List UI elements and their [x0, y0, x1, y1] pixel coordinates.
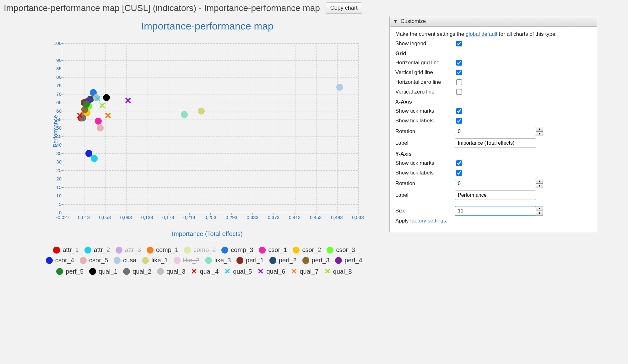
legend-item-qual_3[interactable]: qual_3 — [157, 267, 185, 276]
data-point-csor_4[interactable] — [85, 150, 92, 157]
legend-item-cusa[interactable]: cusa — [114, 257, 136, 264]
y-tick-label: 35 — [50, 151, 62, 156]
horizontal-zero-checkbox[interactable] — [456, 79, 462, 85]
y-rotation-input[interactable] — [455, 179, 536, 188]
legend-item-perf_5[interactable]: perf_5 — [56, 267, 84, 276]
legend-item-qual_8[interactable]: ✕qual_8 — [324, 267, 352, 276]
x-tick-label: 0,133 — [141, 215, 153, 220]
legend-item-qual_5[interactable]: ✕qual_5 — [224, 267, 252, 276]
x-axis-label: Importance (Total effects) — [38, 230, 377, 238]
show-legend-label: Show legend — [395, 40, 455, 47]
y-tick-label: 60 — [50, 108, 62, 114]
legend-item-csor_2[interactable]: csor_2 — [293, 246, 321, 254]
legend-item-perf_1[interactable]: perf_1 — [236, 257, 264, 264]
data-point-like_3[interactable] — [181, 111, 188, 118]
y-rotation-down-button[interactable]: ▼ — [536, 184, 543, 188]
x-rotation-down-button[interactable]: ▼ — [536, 131, 543, 136]
x-tick-label: 0,173 — [162, 215, 174, 220]
y-tick-label: 5 — [50, 201, 62, 207]
x-tick-label: 0,493 — [331, 215, 343, 220]
legend-item-comp_2[interactable]: comp_2 — [184, 246, 216, 254]
data-point-like_1[interactable] — [198, 108, 205, 115]
x-tick-label: 0,333 — [247, 215, 259, 220]
y-label-input[interactable] — [455, 190, 536, 200]
legend-item-attr_2[interactable]: attr_2 — [84, 246, 110, 254]
x-tick-label: -0,027 — [56, 215, 70, 220]
y-tick-label: 10 — [50, 193, 62, 198]
x-tick-label: 0,093 — [120, 215, 132, 220]
x-tick-label: 0,293 — [225, 215, 237, 220]
legend-item-csor_5[interactable]: csor_5 — [80, 257, 108, 264]
size-down-button[interactable]: ▼ — [536, 211, 543, 216]
customize-panel-title: Customize — [401, 18, 426, 24]
legend-item-qual_1[interactable]: qual_1 — [89, 267, 117, 276]
data-point-qual_8[interactable]: ✕ — [99, 103, 106, 110]
horizontal-grid-checkbox[interactable] — [456, 60, 462, 66]
copy-chart-button[interactable]: Copy chart — [326, 3, 362, 13]
data-point-qual_1[interactable] — [103, 94, 110, 101]
y-tick-label: 40 — [50, 142, 62, 147]
legend-item-attr_1[interactable]: attr_1 — [53, 246, 78, 254]
factory-settings-link[interactable]: factory settings — [410, 218, 446, 224]
data-point-cusa[interactable] — [336, 84, 343, 91]
data-point-perf_5[interactable] — [83, 101, 90, 108]
legend-item-perf_3[interactable]: perf_3 — [302, 257, 330, 264]
x-rotation-stepper[interactable]: ▲▼ — [455, 127, 543, 136]
global-default-link[interactable]: global default — [466, 31, 497, 37]
y-tick-labels-checkbox[interactable] — [456, 170, 462, 176]
legend-item-csor_1[interactable]: csor_1 — [259, 246, 287, 254]
data-point-qual_4[interactable]: ✕ — [76, 113, 83, 120]
size-input[interactable] — [455, 206, 536, 216]
legend-item-comp_3[interactable]: comp_3 — [221, 246, 253, 254]
y-tick-label: 70 — [50, 91, 62, 97]
legend-item-qual_2[interactable]: qual_2 — [123, 267, 151, 276]
legend-item-qual_6[interactable]: ✕qual_6 — [257, 267, 285, 276]
x-tick-marks-checkbox[interactable] — [456, 108, 462, 114]
size-up-button[interactable]: ▲ — [536, 206, 543, 211]
x-tick-label: 0,053 — [99, 215, 111, 220]
legend-item-csor_3[interactable]: csor_3 — [327, 246, 355, 254]
y-tick-label: 30 — [50, 159, 62, 164]
show-legend-checkbox[interactable] — [456, 41, 462, 46]
data-point-qual_7[interactable]: ✕ — [104, 113, 111, 120]
chart-legend: attr_1attr_2attr_3comp_1comp_2comp_3csor… — [38, 246, 371, 276]
data-point-csor_1[interactable] — [95, 118, 102, 125]
x-tick-label: 0,373 — [268, 215, 280, 220]
y-tick-label: 55 — [50, 117, 62, 122]
size-stepper[interactable]: ▲▼ — [455, 206, 543, 216]
legend-item-perf_4[interactable]: perf_4 — [335, 257, 362, 264]
x-tick-label: 0,213 — [183, 215, 195, 220]
legend-item-like_1[interactable]: like_1 — [142, 257, 168, 264]
y-axis-section-header: Y-Axis — [395, 151, 591, 157]
vertical-grid-checkbox[interactable] — [456, 70, 462, 75]
x-label-input[interactable] — [455, 138, 536, 148]
x-tick-labels-checkbox[interactable] — [456, 118, 462, 124]
y-tick-marks-checkbox[interactable] — [456, 160, 462, 166]
factory-settings-text: Apply factory settings. — [395, 218, 591, 224]
legend-item-like_2[interactable]: like_2 — [174, 257, 199, 264]
legend-item-qual_7[interactable]: ✕qual_7 — [291, 267, 318, 276]
vertical-zero-checkbox[interactable] — [456, 89, 462, 95]
data-point-csor_5[interactable] — [97, 125, 104, 131]
y-tick-label: 80 — [50, 74, 62, 80]
plot-area[interactable]: ✕✕✕✕✕ — [63, 43, 358, 213]
y-rotation-up-button[interactable]: ▲ — [536, 179, 543, 184]
x-tick-label: 0,253 — [204, 215, 216, 220]
grid-section-header: Grid — [395, 51, 591, 57]
x-rotation-input[interactable] — [455, 127, 536, 136]
legend-item-like_3[interactable]: like_3 — [205, 257, 231, 264]
legend-item-csor_4[interactable]: csor_4 — [46, 257, 74, 264]
page-title: Importance-performance map [CUSL] (indic… — [4, 3, 320, 13]
legend-item-attr_3[interactable]: attr_3 — [116, 246, 141, 254]
y-tick-label: 65 — [50, 100, 62, 105]
legend-item-qual_4[interactable]: ✕qual_4 — [191, 267, 219, 276]
customize-panel: ▼ Customize Make the current settings th… — [389, 16, 597, 232]
y-tick-label: 100 — [50, 40, 62, 46]
legend-item-comp_1[interactable]: comp_1 — [147, 246, 178, 254]
customize-panel-header[interactable]: ▼ Customize — [390, 16, 597, 27]
x-axis-section-header: X-Axis — [395, 99, 591, 105]
x-rotation-up-button[interactable]: ▲ — [536, 127, 543, 131]
legend-item-perf_2[interactable]: perf_2 — [269, 257, 297, 264]
data-point-qual_6[interactable]: ✕ — [124, 98, 132, 104]
y-rotation-stepper[interactable]: ▲▼ — [455, 179, 543, 188]
